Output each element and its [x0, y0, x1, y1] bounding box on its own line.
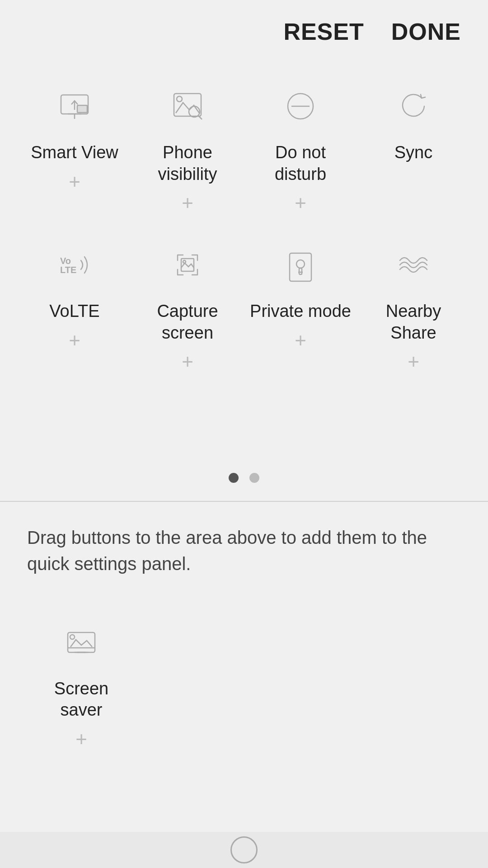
- tile-sync[interactable]: Sync: [357, 68, 470, 222]
- indicator-1: [229, 473, 239, 483]
- tile-volte[interactable]: Vo LTE VoLTE +: [18, 226, 131, 381]
- nav-bar: [0, 832, 488, 868]
- screen-saver-label: Screen saver: [32, 678, 131, 721]
- phone-visibility-label: Phone visibility: [136, 142, 239, 185]
- capture-screen-plus: +: [182, 352, 193, 372]
- tile-grid-section: Smart View + Phone visibility +: [0, 54, 488, 459]
- header: RESET DONE: [0, 0, 488, 54]
- svg-point-16: [296, 260, 305, 268]
- tile-screen-saver[interactable]: Screen saver +: [27, 604, 136, 758]
- do-not-disturb-icon: [276, 81, 325, 131]
- sync-label: Sync: [394, 142, 432, 164]
- smart-view-plus: +: [69, 172, 80, 192]
- done-button[interactable]: DONE: [391, 18, 461, 45]
- nearby-share-icon: [389, 240, 438, 290]
- page-indicators: [0, 459, 488, 501]
- tile-grid: Smart View + Phone visibility +: [18, 63, 470, 385]
- empty-slot-1: [136, 604, 244, 758]
- reset-button[interactable]: RESET: [283, 18, 364, 45]
- tile-nearby-share[interactable]: Nearby Share +: [357, 226, 470, 381]
- phone-visibility-plus: +: [182, 193, 193, 213]
- available-section: Drag buttons to the area above to add th…: [0, 502, 488, 832]
- tile-smart-view[interactable]: Smart View +: [18, 68, 131, 222]
- smart-view-icon: [50, 81, 99, 131]
- svg-rect-3: [77, 105, 87, 113]
- volte-icon: Vo LTE: [50, 240, 99, 290]
- empty-slot-2: [244, 604, 352, 758]
- svg-rect-19: [68, 632, 95, 652]
- do-not-disturb-plus: +: [295, 193, 306, 213]
- empty-slot-3: [352, 604, 461, 758]
- nearby-share-plus: +: [408, 352, 419, 372]
- svg-rect-15: [290, 253, 311, 281]
- capture-screen-label: Capture screen: [136, 301, 239, 344]
- screen-saver-plus: +: [75, 729, 87, 749]
- phone-visibility-icon: [163, 81, 212, 131]
- private-mode-label: Private mode: [250, 301, 351, 322]
- available-tiles-grid: Screen saver +: [27, 604, 461, 758]
- capture-screen-icon: [163, 240, 212, 290]
- bottom-area: [0, 832, 488, 868]
- tile-private-mode[interactable]: Private mode +: [244, 226, 357, 381]
- drag-hint: Drag buttons to the area above to add th…: [27, 524, 461, 577]
- nearby-share-label: Nearby Share: [361, 301, 465, 344]
- svg-point-14: [183, 260, 186, 263]
- volte-plus: +: [69, 330, 80, 350]
- tile-capture-screen[interactable]: Capture screen +: [131, 226, 244, 381]
- sync-icon: [389, 81, 438, 131]
- private-mode-icon: [276, 240, 325, 290]
- svg-rect-17: [299, 268, 302, 274]
- smart-view-label: Smart View: [31, 142, 118, 164]
- private-mode-plus: +: [295, 330, 306, 350]
- tile-phone-visibility[interactable]: Phone visibility +: [131, 68, 244, 222]
- screen-saver-icon: [56, 618, 106, 667]
- tile-do-not-disturb[interactable]: Do not disturb +: [244, 68, 357, 222]
- svg-text:Vo: Vo: [60, 256, 71, 266]
- home-button[interactable]: [230, 836, 258, 863]
- volte-label: VoLTE: [49, 301, 99, 322]
- do-not-disturb-label: Do not disturb: [249, 142, 352, 185]
- svg-point-6: [177, 96, 182, 102]
- indicator-2: [249, 473, 259, 483]
- svg-point-23: [70, 635, 75, 639]
- svg-text:LTE: LTE: [60, 265, 76, 275]
